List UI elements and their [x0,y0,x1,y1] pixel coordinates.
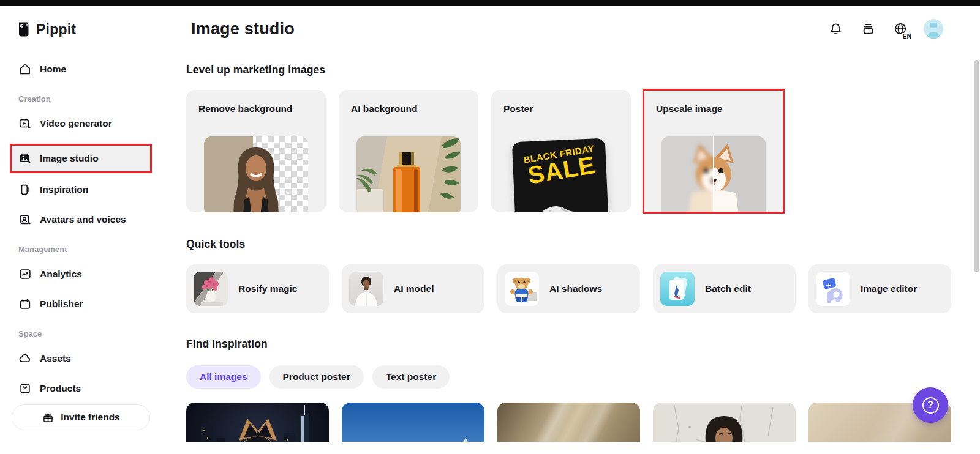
plan-stack-button[interactable] [859,20,877,38]
sidebar-item-products[interactable]: Products [12,380,150,397]
sidebar-item-inspiration[interactable]: Inspiration [12,181,150,198]
sidebar-item-avatars-voices[interactable]: Avatars and voices [12,211,150,228]
sidebar-item-label: Video generator [40,118,112,129]
card-title: Poster [503,103,533,114]
card-poster[interactable]: Poster BLACK FRIDAY SALE [491,90,631,212]
notifications-button[interactable] [826,20,845,38]
tool-label: AI shadows [549,283,602,294]
sidebar-nav: Home Creation Video generator Image stud… [12,61,150,430]
remove-background-preview [204,136,308,212]
upscale-image-preview [662,136,766,212]
tab-product-poster[interactable]: Product poster [270,365,364,389]
invite-friends-button[interactable]: Invite friends [12,404,150,430]
tab-text-poster[interactable]: Text poster [372,365,450,389]
inspiration-icon [18,183,32,196]
tool-ai-model[interactable]: AI model [342,264,484,313]
analytics-icon [18,267,32,281]
inspiration-heading: Find inspiration [186,338,980,351]
brand-logo[interactable]: Pippit [17,19,150,40]
products-bag-icon [18,382,32,395]
inspiration-tabs: All images Product poster Text poster [186,365,980,389]
sidebar-item-label: Products [40,383,81,394]
marketing-heading: Level up marketing images [186,64,980,76]
sidebar-section-creation: Creation [18,94,150,103]
sidebar-item-label: Avatars and voices [40,214,126,225]
language-badge: EN [902,33,912,40]
gift-icon [42,411,55,424]
sidebar-item-image-studio[interactable]: Image studio [12,145,150,172]
card-upscale-image[interactable]: Upscale image [644,90,783,212]
sidebar-item-label: Assets [40,353,71,364]
video-generator-icon [18,117,32,130]
sidebar-section-management: Management [18,245,150,254]
tab-all-images[interactable]: All images [186,365,261,389]
rosify-magic-thumb [194,272,228,306]
inspiration-image-wall[interactable] [497,403,640,442]
avatar-person-icon [924,19,943,39]
avatars-voices-icon [18,213,32,226]
sidebar-item-label: Image studio [40,153,99,164]
invite-friends-label: Invite friends [61,412,119,423]
sidebar-item-label: Home [40,64,66,75]
inspiration-image-row [186,403,980,442]
batch-edit-thumb [660,272,695,306]
tool-label: Rosify magic [238,283,297,294]
card-title: Upscale image [656,103,723,114]
tool-image-editor[interactable]: Image editor [809,264,951,313]
ai-background-preview [356,136,461,212]
marketing-cards-row: Remove background AI background [186,90,980,212]
sidebar-item-assets[interactable]: Assets [12,350,150,367]
card-ai-background[interactable]: AI background [339,90,478,212]
vertical-scrollbar-thumb[interactable] [974,60,979,272]
sidebar: Pippit Home Creation Video generator Ima… [0,6,162,454]
quick-tools-heading: Quick tools [186,238,980,251]
sidebar-item-publisher[interactable]: Publisher [12,296,150,313]
topbar-actions: EN [826,19,943,39]
sidebar-item-home[interactable]: Home [12,61,150,78]
poster-preview: BLACK FRIDAY SALE [509,136,613,212]
inspiration-image-cat-city[interactable] [186,403,329,442]
page-title: Image studio [191,20,295,39]
help-button[interactable]: ? [913,387,948,423]
sidebar-section-space: Space [18,329,150,338]
sidebar-item-label: Inspiration [40,184,88,195]
sidebar-item-label: Publisher [40,299,83,310]
image-editor-thumb [816,272,850,306]
quick-tools-row: Rosify magic AI model [186,264,980,313]
card-title: AI background [351,103,418,114]
ai-model-thumb [349,272,383,306]
assets-cloud-icon [18,352,32,365]
tool-rosify-magic[interactable]: Rosify magic [186,264,329,313]
user-avatar[interactable] [924,19,943,39]
tool-batch-edit[interactable]: Batch edit [653,264,796,313]
main-content: Image studio EN Level up marketing image… [162,6,980,454]
tool-label: AI model [394,283,434,294]
tool-ai-shadows[interactable]: AI shadows [497,264,640,313]
image-studio-icon [18,152,32,165]
publisher-calendar-icon [18,297,32,311]
inspiration-image-man[interactable] [653,403,796,442]
card-title: Remove background [198,103,292,114]
sidebar-item-label: Analytics [40,269,82,280]
tool-label: Batch edit [705,283,751,294]
sidebar-item-video-generator[interactable]: Video generator [12,115,150,132]
question-mark-icon: ? [922,397,939,414]
browser-top-strip [0,0,980,6]
tool-label: Image editor [861,283,917,294]
bell-icon [828,21,843,37]
pippit-logo-icon [17,21,31,38]
language-button[interactable]: EN [891,20,910,38]
brand-name: Pippit [36,21,76,38]
inspiration-image-mountains[interactable] [342,403,484,442]
stack-icon [861,21,876,37]
ai-shadows-thumb [505,272,539,306]
sidebar-item-analytics[interactable]: Analytics [12,266,150,283]
page-header: Image studio EN [186,18,980,40]
card-remove-background[interactable]: Remove background [186,90,326,212]
home-icon [18,62,32,76]
